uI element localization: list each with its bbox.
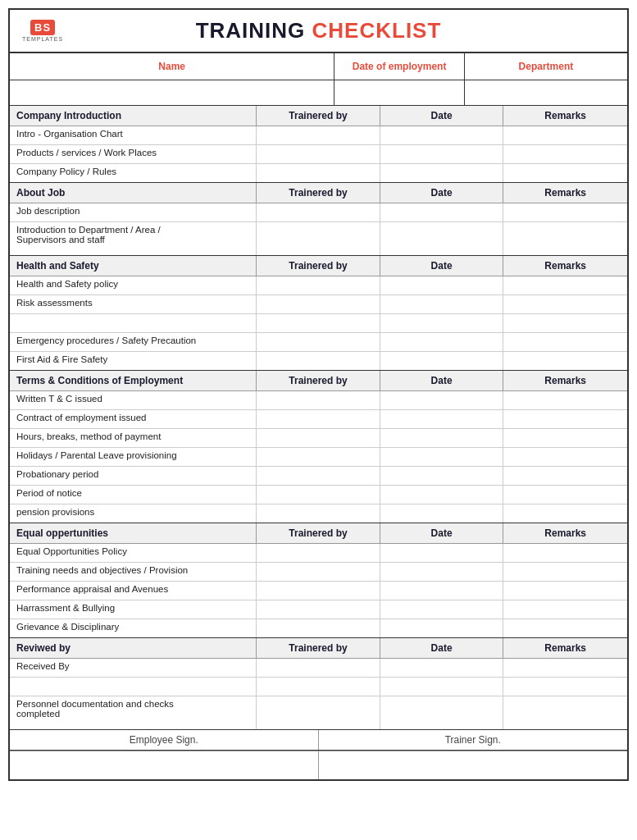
section-col-health-safety-1: Date <box>380 256 504 276</box>
data-cell-equal-opps-1-1[interactable] <box>257 563 380 581</box>
data-cell-about-job-0-2[interactable] <box>380 203 504 221</box>
data-cell-health-safety-0-3[interactable] <box>503 276 627 294</box>
name-value-cell[interactable] <box>10 80 334 105</box>
date-employment-value-cell[interactable] <box>334 80 465 105</box>
data-cell-about-job-0-3[interactable] <box>503 203 627 221</box>
data-cell-equal-opps-0-3[interactable] <box>503 544 627 562</box>
data-row-terms-conditions-3: Holidays / Parental Leave provisioning <box>10 448 627 467</box>
data-cell-health-safety-4-1[interactable] <box>257 352 380 370</box>
data-cell-health-safety-2-1[interactable] <box>257 314 380 332</box>
data-cell-terms-conditions-5-3[interactable] <box>503 486 627 504</box>
data-cell-terms-conditions-1-2[interactable] <box>380 410 504 428</box>
data-cell-health-safety-4-3[interactable] <box>503 352 627 370</box>
data-cell-company-intro-2-1[interactable] <box>257 164 380 182</box>
data-cell-terms-conditions-3-3[interactable] <box>503 448 627 466</box>
data-cell-company-intro-0-2[interactable] <box>380 126 504 144</box>
data-cell-terms-conditions-3-2[interactable] <box>380 448 504 466</box>
section-col-reviewed-1: Date <box>380 638 504 658</box>
section-col-health-safety-0: Trainered by <box>257 256 380 276</box>
data-cell-terms-conditions-0-2[interactable] <box>380 391 504 409</box>
section-header-reviewed: Reviwed byTrainered byDateRemarks <box>10 638 627 659</box>
data-cell-terms-conditions-2-2[interactable] <box>380 429 504 447</box>
data-cell-terms-conditions-0-3[interactable] <box>503 391 627 409</box>
data-cell-company-intro-2-2[interactable] <box>380 164 504 182</box>
data-cell-health-safety-0-1[interactable] <box>257 276 380 294</box>
data-cell-equal-opps-3-2[interactable] <box>380 600 504 619</box>
sign-labels-row: Employee Sign. Trainer Sign. <box>10 730 627 751</box>
date-employment-label-cell: Date of employment <box>334 53 465 80</box>
data-cell-health-safety-1-1[interactable] <box>257 295 380 313</box>
section-col-equal-opps-2: Remarks <box>503 523 627 543</box>
data-cell-terms-conditions-6-2[interactable] <box>380 504 504 523</box>
department-value-cell[interactable] <box>465 80 627 105</box>
data-cell-about-job-1-2[interactable] <box>380 222 504 255</box>
data-row-equal-opps-2: Performance appraisal and Avenues <box>10 582 627 600</box>
data-cell-equal-opps-1-2[interactable] <box>380 563 504 581</box>
data-cell-equal-opps-0-1[interactable] <box>257 544 380 562</box>
trainer-sign-value[interactable] <box>319 751 628 779</box>
data-cell-about-job-1-3[interactable] <box>503 222 627 255</box>
data-cell-health-safety-3-2[interactable] <box>380 333 504 351</box>
data-row-about-job-0: Job description <box>10 203 627 222</box>
section-terms-conditions: Terms & Conditions of EmploymentTrainere… <box>10 371 627 523</box>
data-cell-about-job-1-1[interactable] <box>257 222 380 255</box>
data-cell-company-intro-0-3[interactable] <box>503 126 627 144</box>
data-cell-health-safety-2-2[interactable] <box>380 314 504 332</box>
data-cell-health-safety-3-3[interactable] <box>503 333 627 351</box>
data-cell-terms-conditions-3-1[interactable] <box>257 448 380 466</box>
data-cell-equal-opps-4-1[interactable] <box>257 619 380 637</box>
data-cell-reviewed-2-3[interactable] <box>503 696 627 729</box>
data-cell-reviewed-2-2[interactable] <box>380 696 504 729</box>
data-cell-terms-conditions-3-0: Holidays / Parental Leave provisioning <box>10 448 257 466</box>
data-cell-about-job-0-1[interactable] <box>257 203 380 221</box>
data-cell-reviewed-2-1[interactable] <box>257 696 380 729</box>
data-cell-reviewed-1-3[interactable] <box>503 678 627 696</box>
data-cell-reviewed-0-3[interactable] <box>503 659 627 677</box>
data-cell-equal-opps-4-3[interactable] <box>503 619 627 637</box>
data-cell-health-safety-4-2[interactable] <box>380 352 504 370</box>
data-cell-terms-conditions-4-1[interactable] <box>257 467 380 485</box>
data-cell-reviewed-1-1[interactable] <box>257 678 380 696</box>
data-cell-terms-conditions-5-2[interactable] <box>380 486 504 504</box>
data-cell-company-intro-1-2[interactable] <box>380 145 504 163</box>
data-cell-health-safety-1-2[interactable] <box>380 295 504 313</box>
data-cell-terms-conditions-6-1[interactable] <box>257 504 380 523</box>
data-cell-health-safety-3-1[interactable] <box>257 333 380 351</box>
data-cell-equal-opps-2-1[interactable] <box>257 582 380 600</box>
data-cell-terms-conditions-1-3[interactable] <box>503 410 627 428</box>
section-label-about-job: About Job <box>10 183 257 203</box>
section-header-health-safety: Health and SafetyTrainered byDateRemarks <box>10 256 627 276</box>
data-cell-company-intro-2-3[interactable] <box>503 164 627 182</box>
data-cell-equal-opps-1-3[interactable] <box>503 563 627 581</box>
data-cell-equal-opps-3-1[interactable] <box>257 600 380 619</box>
data-cell-equal-opps-2-2[interactable] <box>380 582 504 600</box>
data-cell-terms-conditions-0-1[interactable] <box>257 391 380 409</box>
data-cell-health-safety-0-2[interactable] <box>380 276 504 294</box>
data-cell-company-intro-1-1[interactable] <box>257 145 380 163</box>
header: BS TEMPLATES TRAINING CHECKLIST <box>10 10 627 53</box>
data-cell-terms-conditions-2-1[interactable] <box>257 429 380 447</box>
data-cell-company-intro-1-3[interactable] <box>503 145 627 163</box>
data-cell-terms-conditions-4-3[interactable] <box>503 467 627 485</box>
data-cell-health-safety-2-3[interactable] <box>503 314 627 332</box>
data-cell-equal-opps-0-2[interactable] <box>380 544 504 562</box>
data-cell-terms-conditions-1-1[interactable] <box>257 410 380 428</box>
data-cell-terms-conditions-5-1[interactable] <box>257 486 380 504</box>
footer: Employee Sign. Trainer Sign. <box>10 730 627 779</box>
data-cell-terms-conditions-2-3[interactable] <box>503 429 627 447</box>
data-cell-reviewed-0-1[interactable] <box>257 659 380 677</box>
data-cell-company-intro-0-1[interactable] <box>257 126 380 144</box>
data-cell-equal-opps-3-3[interactable] <box>503 600 627 619</box>
date-employment-label: Date of employment <box>341 57 457 75</box>
data-cell-terms-conditions-4-2[interactable] <box>380 467 504 485</box>
data-cell-equal-opps-2-3[interactable] <box>503 582 627 600</box>
data-cell-reviewed-0-2[interactable] <box>380 659 504 677</box>
data-cell-terms-conditions-6-3[interactable] <box>503 504 627 523</box>
data-cell-health-safety-1-3[interactable] <box>503 295 627 313</box>
data-row-health-safety-2 <box>10 314 627 333</box>
data-cell-about-job-1-0: Introduction to Department / Area /Super… <box>10 222 257 255</box>
data-cell-reviewed-1-2[interactable] <box>380 678 504 696</box>
employee-sign-value[interactable] <box>10 751 319 779</box>
data-row-health-safety-1: Risk assessments <box>10 295 627 314</box>
data-cell-equal-opps-4-2[interactable] <box>380 619 504 637</box>
